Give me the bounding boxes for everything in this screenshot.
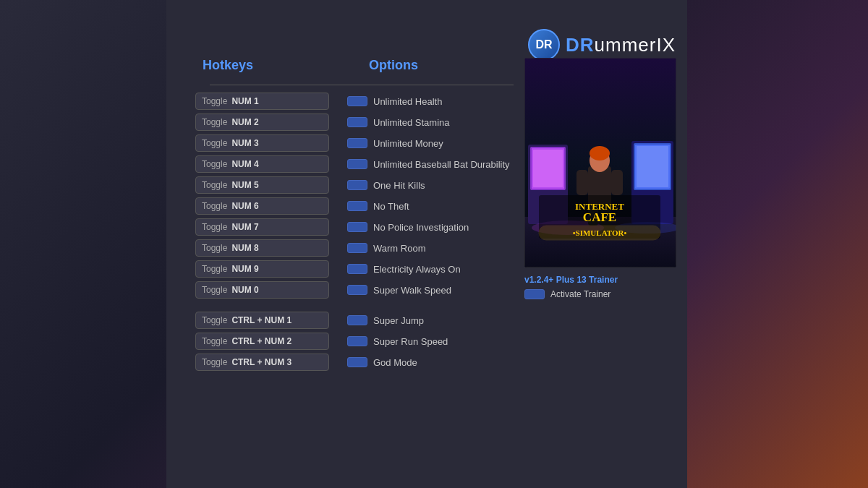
toggle-label: Toggle — [202, 264, 227, 274]
hotkey-btn2-2[interactable]: ToggleCTRL + NUM 3 — [195, 354, 329, 371]
hotkey-btn-9[interactable]: ToggleNUM 0 — [195, 281, 329, 299]
toggle-switch2-1[interactable] — [347, 336, 367, 346]
option-label-3: Unlimited Baseball Bat Durability — [373, 159, 510, 170]
toggle-switch-9[interactable] — [347, 285, 367, 295]
option-label2-1: Super Run Speed — [373, 336, 448, 347]
toggle-label2-2: Toggle — [202, 357, 227, 367]
hotkey-btn-0[interactable]: ToggleNUM 1 — [195, 93, 329, 110]
toggle-label: Toggle — [202, 222, 227, 232]
logo-badge: DR — [528, 29, 560, 61]
hotkey-btn2-1[interactable]: ToggleCTRL + NUM 2 — [195, 333, 329, 350]
toggle-switch-4[interactable] — [347, 180, 367, 190]
hotkeys-column-2: ToggleCTRL + NUM 1ToggleCTRL + NUM 2Togg… — [195, 312, 340, 371]
logo-dr-text: DR — [566, 34, 595, 56]
option-row2-0: Super Jump — [347, 312, 687, 329]
svg-rect-15 — [576, 170, 588, 195]
activate-row: Activate Trainer — [524, 289, 676, 299]
toggle-label: Toggle — [202, 159, 227, 169]
toggle-switch-6[interactable] — [347, 222, 367, 232]
spacer — [195, 299, 687, 309]
svg-text:•SIMULATOR•: •SIMULATOR• — [573, 228, 627, 237]
svg-point-14 — [590, 146, 610, 160]
option-label-4: One Hit Kills — [373, 180, 425, 191]
toggle-switch-1[interactable] — [347, 117, 367, 127]
key-label2-1: CTRL + NUM 2 — [231, 336, 292, 346]
key-label: NUM 0 — [231, 285, 258, 295]
key-label: NUM 2 — [231, 117, 258, 127]
toggle-label: Toggle — [202, 117, 227, 127]
logo-rest-text: ummerIX — [595, 34, 676, 56]
key-label2-2: CTRL + NUM 3 — [231, 357, 292, 367]
svg-rect-16 — [611, 170, 623, 195]
toggle-switch-3[interactable] — [347, 159, 367, 169]
hotkey-btn-3[interactable]: ToggleNUM 4 — [195, 155, 329, 173]
hotkeys-column: ToggleNUM 1ToggleNUM 2ToggleNUM 3ToggleN… — [195, 93, 340, 299]
toggle-label: Toggle — [202, 201, 227, 211]
toggle-switch-5[interactable] — [347, 201, 367, 211]
option-label2-0: Super Jump — [373, 315, 424, 326]
option-label-5: No Theft — [373, 201, 409, 212]
options-header: Options — [369, 58, 418, 73]
svg-rect-9 — [637, 146, 668, 187]
hotkey-btn-8[interactable]: ToggleNUM 9 — [195, 260, 329, 278]
logo-dr: DR — [535, 38, 552, 51]
hotkeys-header: Hotkeys — [195, 58, 354, 73]
key-label: NUM 9 — [231, 264, 258, 274]
version-text: v1.2.4+ Plus 13 Trainer — [524, 275, 676, 285]
toggle-label: Toggle — [202, 180, 227, 190]
toggle-label2-1: Toggle — [202, 336, 227, 346]
option-label-8: Electricity Always On — [373, 264, 461, 275]
key-label: NUM 4 — [231, 159, 258, 169]
key-label: NUM 8 — [231, 243, 258, 253]
toggle-switch-2[interactable] — [347, 138, 367, 148]
hotkey-btn-7[interactable]: ToggleNUM 8 — [195, 239, 329, 257]
option-label-9: Super Walk Speed — [373, 285, 451, 296]
option-label-6: No Police Investigation — [373, 222, 469, 233]
option-label-2: Unlimited Money — [373, 138, 443, 149]
option-row2-1: Super Run Speed — [347, 333, 687, 350]
options-rows-2: ToggleCTRL + NUM 1ToggleCTRL + NUM 2Togg… — [195, 312, 687, 371]
main-window: DR DRummerIX Hotkeys Options ToggleNUM 1… — [166, 0, 687, 488]
header-divider — [210, 85, 514, 85]
hotkey-btn-1[interactable]: ToggleNUM 2 — [195, 114, 329, 131]
key-label: NUM 6 — [231, 201, 258, 211]
hotkey-btn2-0[interactable]: ToggleCTRL + NUM 1 — [195, 312, 329, 329]
option-label-7: Warm Room — [373, 243, 425, 254]
toggle-switch2-0[interactable] — [347, 315, 367, 325]
game-image: INTERNET CAFE •SIMULATOR• — [524, 58, 676, 267]
activate-toggle[interactable] — [524, 289, 545, 299]
key-label2-0: CTRL + NUM 1 — [231, 315, 292, 325]
option-row2-2: God Mode — [347, 354, 687, 371]
toggle-switch-7[interactable] — [347, 243, 367, 253]
option-label2-2: God Mode — [373, 357, 417, 368]
right-panel: INTERNET CAFE •SIMULATOR• v1.2.4+ Plus 1… — [524, 58, 676, 299]
key-label: NUM 5 — [231, 180, 258, 190]
toggle-label: Toggle — [202, 243, 227, 253]
hotkey-btn-5[interactable]: ToggleNUM 6 — [195, 197, 329, 215]
toggle-label: Toggle — [202, 138, 227, 148]
toggle-switch2-2[interactable] — [347, 357, 367, 367]
svg-text:CAFE: CAFE — [583, 210, 616, 224]
option-label-0: Unlimited Health — [373, 96, 442, 107]
toggle-label: Toggle — [202, 285, 227, 295]
toggle-switch-0[interactable] — [347, 96, 367, 106]
key-label: NUM 7 — [231, 222, 258, 232]
activate-label: Activate Trainer — [550, 289, 610, 299]
hotkey-btn-2[interactable]: ToggleNUM 3 — [195, 134, 329, 152]
key-label: NUM 1 — [231, 96, 258, 106]
toggle-switch-8[interactable] — [347, 264, 367, 274]
hotkey-btn-6[interactable]: ToggleNUM 7 — [195, 218, 329, 236]
option-label-1: Unlimited Stamina — [373, 117, 450, 128]
options-column-2: Super JumpSuper Run SpeedGod Mode — [347, 312, 687, 371]
hotkey-btn-4[interactable]: ToggleNUM 5 — [195, 176, 329, 194]
toggle-label: Toggle — [202, 96, 227, 106]
logo-area: DR DRummerIX — [528, 29, 676, 61]
svg-rect-5 — [533, 150, 563, 187]
logo-text: DRummerIX — [566, 34, 676, 56]
toggle-label2-0: Toggle — [202, 315, 227, 325]
key-label: NUM 3 — [231, 138, 258, 148]
